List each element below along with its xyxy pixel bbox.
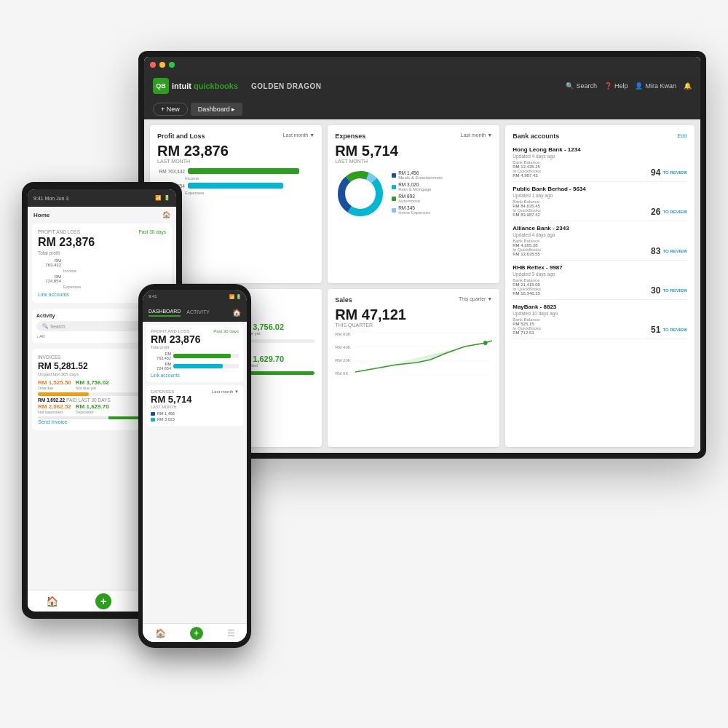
close-dot[interactable] [150,62,156,68]
sales-chart: RM 60K RM 40K RM 20K RM 0K [335,332,492,376]
phone-menu-nav[interactable]: ☰ [227,628,235,638]
bank-name-1: Hong Leong Bank - 1234 [513,146,687,153]
tablet-pl-sub: Total profit [38,250,166,256]
sales-amount: RM 47,121 [335,306,492,323]
phone-fab[interactable]: + [190,627,203,640]
maximize-dot[interactable] [169,62,175,68]
legend-color-1 [392,173,396,178]
phone-legend-text-2: RM 3,023 [157,417,175,422]
legend-color-4 [392,208,396,213]
phone-time: 9:41 [149,294,157,298]
bank-accounts-card: Bank accounts Edit Hong Leong Bank - 123… [505,125,695,447]
donut-chart [335,168,386,219]
bank-review-2: 26 TO REVIEW [651,207,687,217]
phone-expense-amount: RM 724,654 [151,362,171,371]
phone-legend-2: RM 3,023 [151,417,239,422]
tablet-dep-col: RM 1,629.70 Deposited [76,403,109,414]
home-nav-icon[interactable]: 🏠 [46,596,58,607]
phone-legend-1: RM 1,456 [151,411,239,416]
phone-pl-section: PROFIT AND LOSS Past 30 days RM 23,876 T… [146,325,243,382]
qb-logo-icon: QB [153,78,169,94]
expense-bar-track [188,183,314,189]
phone-wifi-icon: 📶 [229,294,234,299]
expenses-legend: RM 1,456 Meals & Entertainment RM 3,020 … [392,170,492,217]
expense-label: Expenses [185,191,314,195]
phone-status-icons: 📶 🔋 [229,294,241,299]
phone-pl-amount: RM 23,876 [151,333,239,345]
phone-exp-period[interactable]: Last month ▼ [212,389,239,394]
phone-exp-legend: RM 1,456 RM 3,023 [151,411,239,422]
scene: QB intuit quickbooks GOLDEN DRAGON 🔍 Sea… [22,51,706,677]
tablet-notdep-amount: RM 2,062.52 [38,403,71,410]
bank-item-hong-leong: Hong Leong Bank - 1234 Updated 4 days ag… [513,143,687,182]
bank-updated-3: Updated 4 days ago [513,232,687,237]
expense-bar-fill [188,183,283,189]
legend-color-3 [392,197,396,201]
income-label: Income [185,176,314,181]
help-button[interactable]: ❓ Help [604,82,628,90]
bank-item-maybank: MayBank - 8823 Updated 10 days ago Bank … [513,300,687,339]
bank-accounts-title: Bank accounts [513,132,559,140]
phone-expenses-section: Expenses Last month ▼ RM 5,714 LAST MONT… [146,385,243,426]
bank-balances-4: Bank Balance RM 21,415.00 In QuickBooks … [513,278,687,296]
expense-bar-row: RM 724,654 [157,183,314,189]
tablet-income-label: Income [63,269,166,273]
phone-home-nav[interactable]: 🏠 [155,628,166,638]
search-button[interactable]: 🔍 Search [566,82,597,90]
notifications-button[interactable]: 🔔 [684,82,692,90]
phone-income-bar [173,354,239,358]
expenses-content: RM 1,456 Meals & Entertainment RM 3,020 … [335,168,492,219]
sales-period-label: THIS QUARTER [335,323,492,328]
tablet-expense-row: RM 724,654 [38,274,166,283]
tablet-overdue-amount: RM 1,525.50 [38,379,71,386]
expenses-amount: RM 5,714 [335,143,492,159]
phone-content: PROFIT AND LOSS Past 30 days RM 23,876 T… [143,322,247,623]
legend-item-4: RM 345 Home Expenses [392,205,492,215]
tablet-expense-amount: RM 724,654 [38,274,61,283]
user-menu[interactable]: 👤 Mira Kwan [635,82,676,90]
tablet-time: 9:41 Mon Jun 3 [33,196,68,201]
sales-period[interactable]: This quarter ▼ [459,296,492,301]
legend-label-4: Home Expenses [398,210,430,215]
tablet-pl-amount: RM 23,876 [38,236,166,249]
income-bar-track [188,168,314,174]
tablet-notdue-label: Not due yet [76,386,109,390]
bank-updated-4: Updated 9 days ago [513,272,687,277]
tablet-section-header: Home 🏠 [28,207,176,221]
tablet-overdue-label: Overdue [38,386,71,390]
expenses-period-label: LAST MONTH [335,159,492,164]
svg-point-9 [483,341,488,345]
expenses-period[interactable]: Last month ▼ [461,132,493,138]
app-nav: + New Dashboard ▸ [144,99,700,119]
tablet-fab[interactable]: + [95,593,111,609]
app-header: QB intuit quickbooks GOLDEN DRAGON 🔍 Sea… [144,73,700,99]
battery-icon: 🔋 [164,195,170,201]
bank-review-5: 51 TO REVIEW [651,325,687,335]
bank-edit-button[interactable]: Edit [677,132,687,139]
tablet-notdue-col: RM 3,756.02 Not due yet [76,379,109,390]
phone-income-amount: RM 763,432 [151,352,171,360]
bank-name-3: Alliance Bank - 2343 [513,225,687,232]
phone-expense-bar [173,364,239,368]
phone-link-accounts[interactable]: Link accounts [151,373,239,378]
monitor-topbar [144,57,700,73]
bank-balances-3: Bank Balance RM 4,265.28 In QuickBooks R… [513,239,687,256]
legend-amount-1: RM 1,456 [398,170,443,175]
expenses-card: Expenses Last month ▼ RM 5,714 LAST MONT… [328,125,499,283]
tablet-income-amount: RM 763,432 [38,258,61,267]
phone-nav-dashboard[interactable]: DASHBOARD [149,309,181,317]
pl-period[interactable]: Last month ▼ [283,132,315,138]
tablet-home-label: Home [33,212,50,218]
legend-amount-4: RM 345 [398,205,430,210]
phone-expense-fill [173,364,223,368]
nav-dashboard[interactable]: Dashboard ▸ [191,103,243,116]
minimize-dot[interactable] [159,62,165,68]
phone-home-icon[interactable]: 🏠 [232,309,241,317]
phone-nav: DASHBOARD ACTIVITY 🏠 [143,303,247,322]
tablet-pl-period: Past 30 days [138,229,166,234]
new-button[interactable]: + New [153,103,188,116]
bank-bal-col-1: Bank Balance RM 13,435.25 In QuickBooks … [513,160,541,178]
pl-amount: RM 23,876 [157,143,314,159]
tablet-income-row: RM 763,432 [38,258,166,267]
phone-nav-activity[interactable]: ACTIVITY [186,309,210,316]
